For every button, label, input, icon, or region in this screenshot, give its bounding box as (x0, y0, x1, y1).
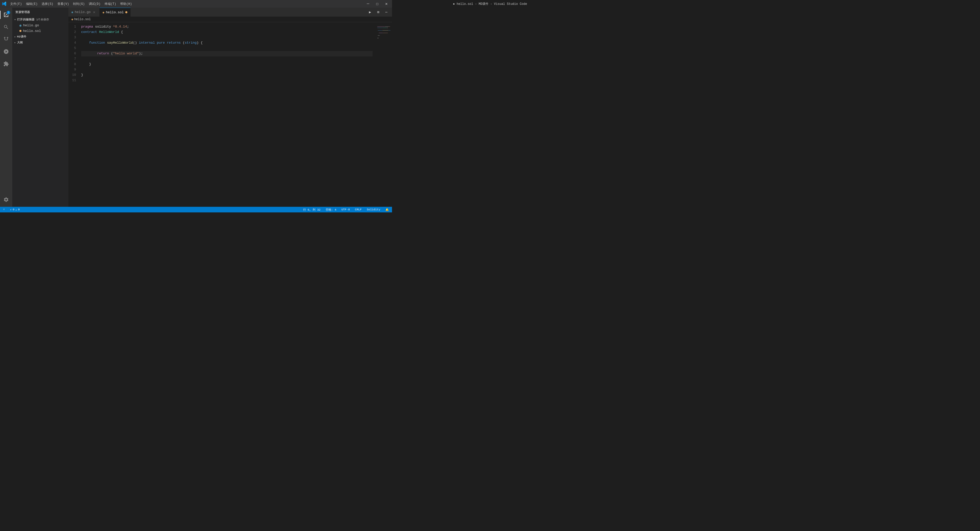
activity-source-control[interactable] (0, 33, 12, 45)
explorer-badge: 1 (6, 11, 10, 14)
line-num-6: 6 (68, 51, 78, 56)
svg-rect-5 (387, 27, 388, 28)
sidebar: 资源管理器 ▾ 打开的编辑器 1个未保存 ◉ hello.go hello.so… (12, 8, 68, 207)
vscode-logo (2, 2, 6, 6)
go-file-icon: ◉ (19, 23, 21, 27)
menu-help[interactable]: 帮助(H) (118, 1, 134, 7)
code-line-4: function sayHelloWorld() internal pure r… (81, 40, 372, 46)
fn-name: sayHelloWorld (107, 40, 133, 46)
activity-debug[interactable] (0, 45, 12, 58)
tab-hello-go[interactable]: ◉ hello.go ✕ (68, 8, 100, 17)
status-position[interactable]: 行 6, 列 32 (302, 207, 321, 212)
version-string: ^0.4.14 (113, 24, 127, 30)
dagang-label: 大纲 (17, 41, 23, 45)
menu-terminal[interactable]: 终端(T) (103, 1, 118, 7)
svg-rect-11 (378, 35, 380, 36)
line-num-9: 9 (68, 67, 78, 72)
menu-debug[interactable]: 调试(D) (87, 1, 103, 7)
position-text: 行 6, 列 32 (303, 208, 321, 212)
svg-rect-2 (389, 26, 390, 27)
activity-extensions[interactable] (0, 58, 12, 70)
line-num-7: 7 (68, 56, 78, 62)
tab-hello-sol-modified (125, 11, 127, 13)
status-branch[interactable]: ⑂ (2, 207, 6, 212)
open-editor-hello-sol-name: hello.sol (23, 29, 41, 33)
svg-rect-10 (383, 33, 388, 33)
svg-rect-3 (377, 27, 382, 28)
status-eol[interactable]: CRLF (354, 207, 363, 212)
error-icon: ⚡ (10, 208, 12, 211)
status-errors[interactable]: ⚡ 0 ⚠ 0 (9, 207, 21, 212)
kw-contract: contract (81, 30, 97, 35)
status-language[interactable]: Solidity (366, 207, 381, 212)
tab-hello-sol-label: hello.sol (106, 10, 124, 14)
code-line-11 (81, 78, 372, 83)
menu-view[interactable]: 查看(V) (56, 1, 71, 7)
titlebar-controls: — ☐ ✕ (364, 1, 390, 6)
tab-hello-sol[interactable]: ◉ hello.sol (100, 8, 130, 17)
error-count: 0 (13, 208, 14, 211)
language-text: Solidity (367, 208, 380, 211)
open-editor-hello-sol[interactable]: hello.sol (12, 28, 68, 34)
code-line-9 (81, 67, 372, 72)
menu-edit[interactable]: 编辑(E) (24, 1, 40, 7)
breadcrumb-file[interactable]: ◉ hello.sol (72, 18, 91, 21)
dagang-header[interactable]: ▸ 大纲 (12, 40, 68, 45)
menu-select[interactable]: 选择(S) (40, 1, 56, 7)
md-course-header[interactable]: ▸ MD课件 (12, 34, 68, 40)
kw-returns: returns (167, 40, 181, 46)
activity-search[interactable] (0, 21, 12, 33)
maximize-button[interactable]: ☐ (374, 1, 381, 6)
sol-modified-dot (19, 30, 21, 32)
open-editors-chevron: ▾ (14, 18, 16, 21)
close-button[interactable]: ✕ (383, 1, 390, 6)
line-num-3: 3 (68, 35, 78, 40)
code-line-10: } (81, 72, 372, 78)
activity-settings[interactable] (0, 195, 12, 207)
minimap (377, 24, 392, 207)
line-num-10: 10 (68, 72, 78, 78)
branch-icon: ⑂ (3, 208, 5, 211)
status-right: 行 6, 列 32 空格: 4 UTF-8 CRLF Solidity 🔔 (302, 207, 390, 212)
minimize-button[interactable]: — (364, 1, 372, 6)
md-course-chevron: ▸ (14, 35, 16, 38)
open-editors-label: 打开的编辑器 (17, 18, 35, 21)
activity-explorer[interactable]: 1 (0, 9, 12, 21)
status-encoding[interactable]: UTF-8 (340, 207, 351, 212)
tab-hello-sol-dot: ◉ (103, 11, 104, 14)
editor-content[interactable]: 1 2 3 4 5 6 7 8 9 10 11 pragma solidity … (68, 22, 392, 207)
open-editor-hello-go[interactable]: ◉ hello.go (12, 22, 68, 28)
activity-bar: 1 (0, 8, 12, 207)
warning-icon: ⚠ (15, 208, 17, 211)
status-indent[interactable]: 空格: 4 (325, 207, 337, 212)
more-actions-button[interactable]: ⋯ (383, 10, 390, 15)
run-button[interactable]: ▶ (366, 10, 374, 15)
svg-rect-12 (377, 38, 379, 38)
tab-hello-go-icon: ◉ (72, 10, 73, 14)
status-notifications[interactable]: 🔔 (384, 207, 390, 212)
main-container: 1 资源管理器 (0, 8, 392, 207)
code-area[interactable]: pragma solidity ^0.4.14; contract HelloW… (81, 24, 377, 207)
open-editors-badge: 1个未保存 (36, 18, 49, 21)
svg-rect-9 (379, 33, 383, 33)
kw-string: string (185, 40, 197, 46)
open-editors-header[interactable]: ▾ 打开的编辑器 1个未保存 (12, 17, 68, 22)
tab-bar: ◉ hello.go ✕ ◉ hello.sol ▶ ⊞ ⋯ (68, 8, 392, 17)
menu-goto[interactable]: 转到(G) (71, 1, 87, 7)
svg-rect-8 (388, 30, 390, 30)
tab-hello-go-close[interactable]: ✕ (92, 10, 96, 14)
code-line-6: return ("hello world"); (81, 51, 372, 56)
warning-count: 0 (18, 208, 20, 211)
kw-function: function (89, 40, 105, 46)
code-line-7 (81, 56, 372, 62)
code-line-1: pragma solidity ^0.4.14; (81, 24, 372, 30)
breadcrumb-sol-label: hello.sol (74, 18, 91, 21)
md-course-label: MD课件 (17, 35, 27, 38)
line-num-2: 2 (68, 30, 78, 35)
eol-text: CRLF (355, 208, 362, 211)
menu-file[interactable]: 文件(F) (8, 1, 24, 7)
split-editor-button[interactable]: ⊞ (375, 10, 382, 15)
dagang-chevron: ▸ (14, 41, 16, 44)
code-line-3 (81, 35, 372, 40)
line-num-11: 11 (68, 78, 78, 83)
